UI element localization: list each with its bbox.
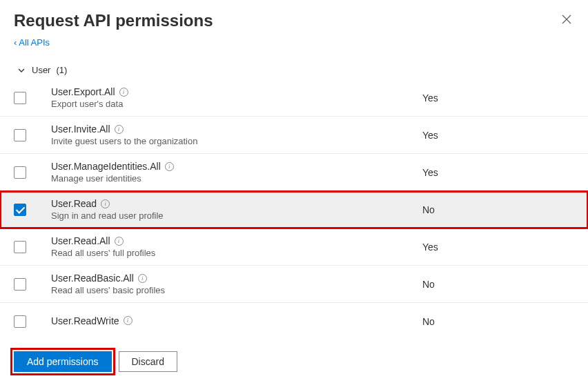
permission-name: User.Read.Alli	[51, 235, 422, 246]
permission-description: Sign in and read user profile	[51, 210, 422, 221]
permission-description: Read all users' full profiles	[51, 248, 422, 258]
permission-name: User.Export.Alli	[51, 86, 422, 97]
permission-description: Invite guest users to the organization	[51, 136, 422, 146]
permission-description: Export user's data	[51, 99, 422, 109]
permission-name: User.ReadBasic.Alli	[51, 273, 422, 284]
consent-value: Yes	[422, 130, 574, 141]
page-title: Request API permissions	[14, 11, 213, 30]
permission-checkbox[interactable]	[14, 315, 26, 328]
permissions-scroll[interactable]: User (1) User.Export.AlliExport user's d…	[0, 61, 588, 335]
group-header-user[interactable]: User (1)	[0, 61, 588, 79]
consent-value: No	[422, 316, 574, 327]
permission-text: User.Read.AlliRead all users' full profi…	[51, 235, 422, 258]
permission-checkbox[interactable]	[14, 92, 26, 104]
permission-checkbox[interactable]	[14, 129, 26, 141]
permission-checkbox[interactable]	[14, 278, 26, 291]
permission-text: User.Invite.AlliInvite guest users to th…	[51, 124, 422, 146]
permission-description: Manage user identities	[51, 173, 422, 184]
info-icon[interactable]: i	[115, 237, 124, 246]
permission-text: User.ReadBasic.AlliRead all users' basic…	[51, 273, 422, 295]
consent-value: No	[422, 204, 574, 215]
permission-row[interactable]: User.ReadWriteiNo	[0, 303, 588, 335]
info-icon[interactable]: i	[115, 125, 124, 134]
permission-row[interactable]: User.Invite.AlliInvite guest users to th…	[0, 117, 588, 154]
permission-name: User.Readi	[51, 198, 422, 209]
consent-value: Yes	[422, 167, 574, 178]
permission-text: User.ReadiSign in and read user profile	[51, 198, 422, 221]
permission-text: User.ManageIdentities.AlliManage user id…	[51, 161, 422, 184]
info-icon[interactable]: i	[119, 88, 128, 97]
permission-name: User.ReadWritei	[51, 315, 422, 326]
consent-value: Yes	[422, 92, 574, 104]
chevron-down-icon	[17, 66, 26, 75]
permission-name: User.Invite.Alli	[51, 124, 422, 135]
info-icon[interactable]: i	[138, 274, 147, 283]
permission-row[interactable]: User.ManageIdentities.AlliManage user id…	[0, 154, 588, 191]
info-icon[interactable]: i	[165, 162, 174, 171]
add-permissions-button[interactable]: Add permissions	[14, 351, 112, 372]
permission-row[interactable]: User.Export.AlliExport user's dataYes	[0, 79, 588, 117]
consent-value: Yes	[422, 242, 574, 253]
footer: Add permissions Discard	[0, 340, 588, 383]
discard-button[interactable]: Discard	[119, 351, 177, 372]
permission-row[interactable]: User.Read.AlliRead all users' full profi…	[0, 228, 588, 266]
permission-checkbox[interactable]	[14, 204, 26, 216]
permission-checkbox[interactable]	[14, 241, 26, 253]
permission-text: User.ReadWritei	[51, 315, 422, 328]
close-icon[interactable]	[559, 11, 574, 29]
permission-row[interactable]: User.ReadBasic.AlliRead all users' basic…	[0, 266, 588, 303]
permission-row[interactable]: User.ReadiSign in and read user profileN…	[0, 191, 588, 228]
permission-description: Read all users' basic profiles	[51, 285, 422, 295]
permission-text: User.Export.AlliExport user's data	[51, 86, 422, 109]
back-link[interactable]: ‹ All APIs	[14, 37, 50, 48]
consent-value: No	[422, 279, 574, 290]
permission-checkbox[interactable]	[14, 166, 26, 179]
breadcrumb: ‹ All APIs	[0, 37, 588, 52]
permission-name: User.ManageIdentities.Alli	[51, 161, 422, 172]
info-icon[interactable]: i	[124, 316, 133, 325]
group-label: User	[32, 65, 50, 75]
group-count: (1)	[56, 65, 67, 75]
info-icon[interactable]: i	[101, 199, 110, 208]
